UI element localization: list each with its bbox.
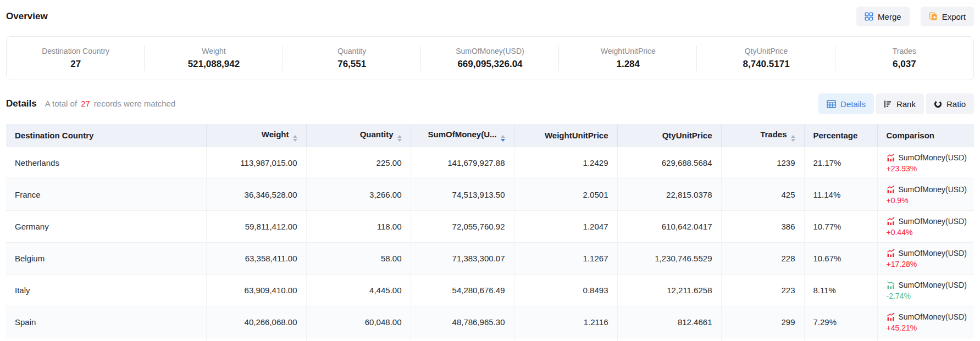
- cell-sum-of-money: 141,679,927.88: [411, 147, 514, 179]
- column-header-qty-unit-price: QtyUnitPrice: [617, 124, 721, 147]
- sort-asc-icon: [791, 135, 795, 138]
- stat-value: 669,095,326.04: [457, 59, 522, 70]
- summary-suffix: records were matched: [94, 99, 175, 108]
- sort-carets[interactable]: [501, 135, 505, 142]
- overview-title: Overview: [6, 11, 48, 22]
- cell-comparison: SumOfMoney(USD)+23.93%: [877, 147, 974, 179]
- sort-desc-icon: [791, 139, 795, 142]
- view-button-rank[interactable]: Rank: [876, 93, 924, 114]
- table-row: Germany59,811,412.00118.0072,055,760.921…: [6, 211, 974, 243]
- column-header-trades[interactable]: Trades: [721, 124, 804, 147]
- cell-sum-of-money: 72,055,760.92: [411, 211, 514, 243]
- toolbar: Merge Export: [856, 7, 974, 26]
- cell-qty-unit-price: 629,688.5684: [617, 147, 721, 179]
- column-header-sum-of-money[interactable]: SumOfMoney(U...: [411, 124, 514, 147]
- cell-percentage: 21.17%: [804, 147, 877, 179]
- cell-destination-country: Germany: [6, 211, 206, 243]
- view-button-ratio[interactable]: Ratio: [926, 93, 974, 114]
- cell-empty: [804, 338, 877, 341]
- sort-carets[interactable]: [397, 135, 402, 142]
- cell-destination-country: Spain: [6, 306, 206, 338]
- table-header-row: Destination CountryWeightQuantitySumOfMo…: [6, 124, 974, 147]
- merge-button[interactable]: Merge: [856, 7, 910, 26]
- column-header-quantity[interactable]: Quantity: [306, 124, 411, 147]
- stat-value: 27: [70, 59, 81, 70]
- column-header-destination-country: Destination Country: [6, 124, 206, 147]
- cell-qty-unit-price: 22,815.0378: [617, 179, 721, 211]
- table-row: Belgium63,358,411.0058.0071,383,300.071.…: [6, 243, 974, 275]
- cell-percentage: 10.77%: [804, 211, 877, 243]
- cell-comparison: SumOfMoney(USD)+0.9%: [877, 179, 974, 211]
- cell-comparison: SumOfMoney(USD)-2.74%: [877, 275, 974, 306]
- sort-asc-icon: [501, 135, 505, 138]
- comparison-delta: -2.74%: [887, 292, 966, 300]
- cell-empty: [514, 338, 617, 341]
- stat-label: Destination Country: [42, 47, 109, 55]
- cell-weight: 59,811,412.00: [206, 211, 306, 243]
- comparison-metric: SumOfMoney(USD): [899, 217, 967, 226]
- cell-empty: [206, 338, 306, 341]
- details-header-left: Details A total of27records were matched: [6, 98, 175, 109]
- table-row-partial: [6, 338, 974, 341]
- overview-stat-quantity: Quantity76,551: [283, 47, 421, 70]
- cell-weight-unit-price: 1.1267: [514, 243, 617, 275]
- cell-destination-country: Netherlands: [6, 147, 206, 179]
- comparison-metric: SumOfMoney(USD): [899, 249, 967, 258]
- stat-value: 6,037: [893, 59, 916, 70]
- overview-stat-trades: Trades6,037: [835, 47, 973, 70]
- column-header-label: Trades: [760, 130, 787, 139]
- trend-chart-icon: [887, 281, 895, 289]
- comparison-delta: +0.44%: [887, 228, 966, 237]
- merge-icon: [865, 12, 873, 21]
- trend-chart-icon: [887, 249, 895, 258]
- details-table: Destination CountryWeightQuantitySumOfMo…: [6, 124, 974, 341]
- cell-weight-unit-price: 1.2047: [514, 211, 617, 243]
- cell-trades: 386: [721, 211, 804, 243]
- details-header: Details A total of27records were matched…: [6, 93, 974, 114]
- cell-percentage: 10.67%: [804, 243, 877, 275]
- trend-chart-icon: [887, 185, 895, 194]
- donut-icon: [934, 100, 942, 108]
- cell-comparison: SumOfMoney(USD)+0.44%: [877, 211, 974, 243]
- view-button-label: Rank: [896, 99, 916, 109]
- sort-carets[interactable]: [791, 135, 795, 142]
- comparison-delta: +23.93%: [887, 164, 966, 173]
- sort-carets[interactable]: [293, 135, 297, 142]
- cell-qty-unit-price: 1,230,746.5529: [617, 243, 721, 275]
- top-divider: [0, 3, 980, 3]
- cell-quantity: 118.00: [306, 211, 411, 243]
- cell-empty: [306, 338, 411, 341]
- table-row: Italy63,909,410.004,445.0054,280,676.490…: [6, 275, 974, 306]
- trend-chart-icon: [887, 153, 895, 162]
- table-row: France36,346,528.003,266.0074,513,913.50…: [6, 179, 974, 211]
- table-row: Spain40,266,068.0060,048.0048,786,965.30…: [6, 306, 974, 338]
- view-button-details[interactable]: Details: [818, 93, 874, 114]
- overview-header: Overview Merge Export: [6, 7, 974, 26]
- cell-weight: 36,346,528.00: [206, 179, 306, 211]
- export-button-label: Export: [942, 12, 966, 21]
- stat-value: 76,551: [337, 59, 366, 70]
- column-header-label: Percentage: [813, 131, 858, 140]
- cell-weight-unit-price: 1.2429: [514, 147, 617, 179]
- view-switcher: DetailsRankRatio: [818, 93, 974, 114]
- export-button[interactable]: Export: [921, 7, 974, 26]
- cell-sum-of-money: 71,383,300.07: [411, 243, 514, 275]
- details-title: Details: [6, 98, 37, 109]
- cell-qty-unit-price: 610,642.0417: [617, 211, 721, 243]
- stat-label: Trades: [893, 47, 916, 55]
- overview-stat-weightunitprice: WeightUnitPrice1.284: [559, 47, 697, 70]
- stat-label: QtyUnitPrice: [745, 47, 788, 55]
- cell-weight-unit-price: 1.2116: [514, 306, 617, 338]
- column-header-weight[interactable]: Weight: [206, 124, 306, 147]
- overview-stat-weight: Weight521,088,942: [145, 47, 283, 70]
- stat-value: 1.284: [616, 59, 640, 70]
- records-summary: A total of27records were matched: [45, 99, 175, 108]
- overview-stat-qtyunitprice: QtyUnitPrice8,740.5171: [697, 47, 835, 70]
- cell-percentage: 8.11%: [804, 275, 877, 306]
- overview-stat-sumofmoney-usd-: SumOfMoney(USD)669,095,326.04: [421, 47, 559, 70]
- cell-percentage: 7.29%: [804, 306, 877, 338]
- sort-desc-icon: [397, 139, 402, 142]
- stat-label: SumOfMoney(USD): [456, 47, 524, 55]
- table-row: Netherlands113,987,015.00225.00141,679,9…: [6, 147, 974, 179]
- table-icon: [827, 100, 836, 108]
